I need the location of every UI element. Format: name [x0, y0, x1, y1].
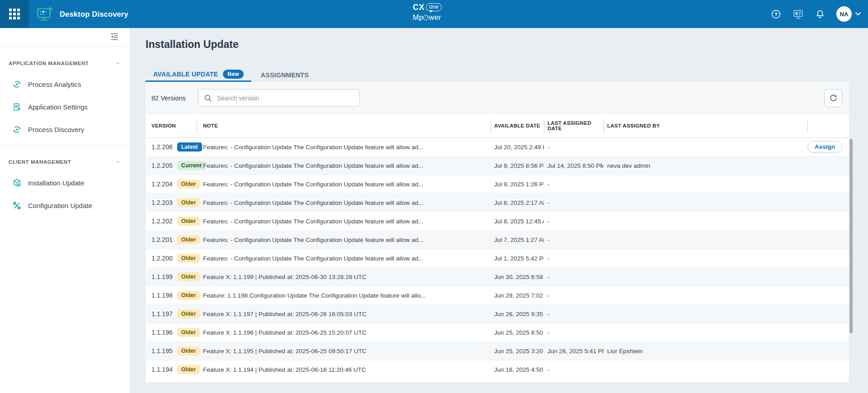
walkthrough-button[interactable]: [793, 9, 804, 20]
available-date-cell: Jul 20, 2025 2:49 PM: [491, 144, 544, 151]
tab-assignments[interactable]: ASSIGNMENTS: [253, 68, 316, 82]
available-date-cell: Jul 9, 2025 8:56 PM: [491, 162, 544, 169]
version-cell: 1.1.195Older: [146, 346, 197, 355]
column-header-last-assigned-date[interactable]: LAST ASSIGNED DATE: [544, 114, 604, 137]
version-label: 1.2.202: [151, 218, 173, 225]
sidebar-section-header-application-management[interactable]: APPLICATION MANAGEMENT: [0, 57, 130, 69]
column-header-last-assigned-by[interactable]: LAST ASSIGNED BY: [604, 114, 807, 137]
grid-3x3-icon: [9, 8, 20, 20]
configuration-update-icon: [12, 201, 22, 210]
last-assigned-date-cell: -: [544, 181, 604, 188]
assign-button[interactable]: Assign: [807, 141, 842, 153]
tab-available-update-label: AVAILABLE UPDATE: [153, 71, 218, 78]
refresh-icon: [829, 94, 838, 103]
version-cell: 1.2.202Older: [146, 217, 197, 226]
sidebar-section-items: Installation UpdateConfiguration Update: [0, 171, 130, 217]
version-cell: 1.1.194Older: [146, 365, 197, 374]
table-row[interactable]: 1.1.195OlderFeature X: 1.1.195 | Publish…: [146, 342, 849, 360]
refresh-button[interactable]: [824, 89, 842, 107]
note-cell: Features: - Configuration Update The Con…: [197, 162, 491, 169]
available-date-cell: Jul 9, 2025 1:26 PM: [491, 181, 544, 188]
sidebar-item-process-discovery[interactable]: Process Discovery: [0, 118, 130, 141]
table-row[interactable]: 1.1.194OlderFeature X: 1.1.194 | Publish…: [146, 360, 849, 379]
help-button[interactable]: ?: [771, 9, 781, 19]
table-body: 1.2.206LatestFeatures: - Configuration U…: [146, 138, 849, 382]
last-assigned-date-cell: Jul 14, 2025 8:50 PM: [544, 162, 604, 169]
sidebar-sections: APPLICATION MANAGEMENTProcess AnalyticsA…: [0, 47, 130, 217]
sidebar-collapse-button[interactable]: [109, 32, 119, 42]
column-header-available-date[interactable]: AVAILABLE DATE: [491, 114, 544, 137]
chevron-down-icon: [115, 158, 120, 166]
available-date-cell: Jul 1, 2025 5:42 PM: [491, 255, 544, 262]
version-cell: 1.2.201Older: [146, 235, 197, 244]
table-row[interactable]: 1.2.200OlderFeatures: - Configuration Up…: [146, 249, 849, 268]
table-row[interactable]: 1.1.197OlderFeature X: 1.1.197 | Publish…: [146, 305, 849, 323]
last-assigned-date-cell: -: [544, 237, 604, 243]
version-label: 1.1.197: [151, 310, 173, 317]
sidebar-item-label: Configuration Update: [28, 202, 92, 209]
notifications-button[interactable]: [815, 9, 825, 19]
table-row[interactable]: 1.1.198OlderFeature: 1.1.198 Configurati…: [146, 286, 849, 305]
note-cell: Features: - Configuration Update The Con…: [197, 237, 491, 243]
last-assigned-date-cell: -: [544, 199, 604, 206]
table-row[interactable]: 1.2.201OlderFeatures: - Configuration Up…: [146, 231, 849, 249]
search-input[interactable]: [216, 94, 354, 102]
indent-decrease-icon: [110, 32, 119, 41]
version-label: 1.2.204: [151, 180, 173, 188]
version-label: 1.1.199: [151, 273, 173, 280]
version-cell: 1.2.205Current: [146, 161, 197, 170]
sidebar-item-installation-update[interactable]: Installation Update: [0, 171, 130, 194]
table-row[interactable]: 1.2.206LatestFeatures: - Configuration U…: [146, 138, 849, 156]
app-launcher-button[interactable]: [0, 0, 29, 28]
sidebar-item-label: Process Analytics: [28, 80, 81, 88]
app-brand: Desktop Discovery: [37, 6, 128, 22]
brand-cx-text: CX: [413, 3, 425, 11]
available-date-cell: Jun 25, 2025 8:50 PM: [491, 329, 544, 336]
presentation-board-icon: [793, 9, 804, 20]
table-row[interactable]: 1.2.205CurrentFeatures: - Configuration …: [146, 156, 849, 175]
version-cell: 1.2.203Older: [146, 198, 197, 207]
last-assigned-date-cell: -: [544, 144, 604, 151]
column-header-note[interactable]: NOTE: [197, 114, 491, 137]
version-label: 1.2.206: [151, 143, 173, 151]
version-label: 1.1.196: [151, 329, 173, 336]
avatar[interactable]: NA: [836, 6, 852, 22]
table-row[interactable]: 1.2.204OlderFeatures: - Configuration Up…: [146, 175, 849, 194]
tab-available-update[interactable]: AVAILABLE UPDATE New: [146, 68, 251, 82]
column-header-version[interactable]: VERSION: [146, 114, 197, 137]
available-date-cell: Jul 7, 2025 1:27 AM: [491, 237, 544, 243]
vertical-scrollbar[interactable]: [849, 139, 853, 333]
last-assigned-date-cell: -: [544, 218, 604, 225]
version-cell: 1.2.206Latest: [146, 142, 197, 152]
table-row[interactable]: 1.2.202OlderFeatures: - Configuration Up…: [146, 212, 849, 231]
version-cell: 1.2.200Older: [146, 254, 197, 263]
table-row[interactable]: 1.1.199OlderFeature X: 1.1.199 | Publish…: [146, 268, 849, 286]
page-title: Installation Update: [146, 38, 239, 51]
sidebar-item-configuration-update[interactable]: Configuration Update: [0, 194, 130, 217]
search-box: [198, 89, 360, 107]
table-row[interactable]: 1.1.196OlderFeature X: 1.1.196 | Publish…: [146, 323, 849, 342]
available-date-cell: Jun 16, 2025 4:50 PM: [491, 366, 544, 373]
table-row[interactable]: 1.2.203OlderFeatures: - Configuration Up…: [146, 194, 849, 212]
app-title: Desktop Discovery: [60, 10, 128, 19]
version-label: 1.2.203: [151, 199, 173, 206]
header-actions: ? NA: [771, 0, 861, 28]
version-cell: 1.1.197Older: [146, 309, 197, 318]
user-menu[interactable]: NA: [836, 6, 861, 22]
version-cell: 1.1.199Older: [146, 272, 197, 281]
note-cell: Feature X: 1.1.194 | Published at: 2025-…: [197, 366, 491, 373]
cxone-mpower-logo: CX one Mpwer: [413, 3, 442, 21]
available-date-cell: Jul 8, 2025 12:45 AM: [491, 218, 544, 225]
installation-update-icon: [12, 178, 22, 188]
sidebar-item-application-settings[interactable]: Application Settings: [0, 95, 130, 118]
available-date-cell: Jun 30, 2025 6:58 PM: [491, 274, 544, 280]
version-cell: 1.2.204Older: [146, 180, 197, 189]
sidebar-section-header-client-management[interactable]: CLIENT MANAGEMENT: [0, 156, 130, 168]
chevron-down-icon: [115, 59, 120, 67]
robot-face-icon: [423, 15, 429, 20]
row-actions-cell: Assign: [807, 141, 849, 153]
available-date-cell: Jul 8, 2025 2:17 AM: [491, 199, 544, 206]
sidebar-item-process-analytics[interactable]: Process Analytics: [0, 73, 130, 95]
sidebar-section-items: Process AnalyticsApplication SettingsPro…: [0, 73, 130, 141]
desktop-discovery-logo-icon: [37, 6, 54, 22]
